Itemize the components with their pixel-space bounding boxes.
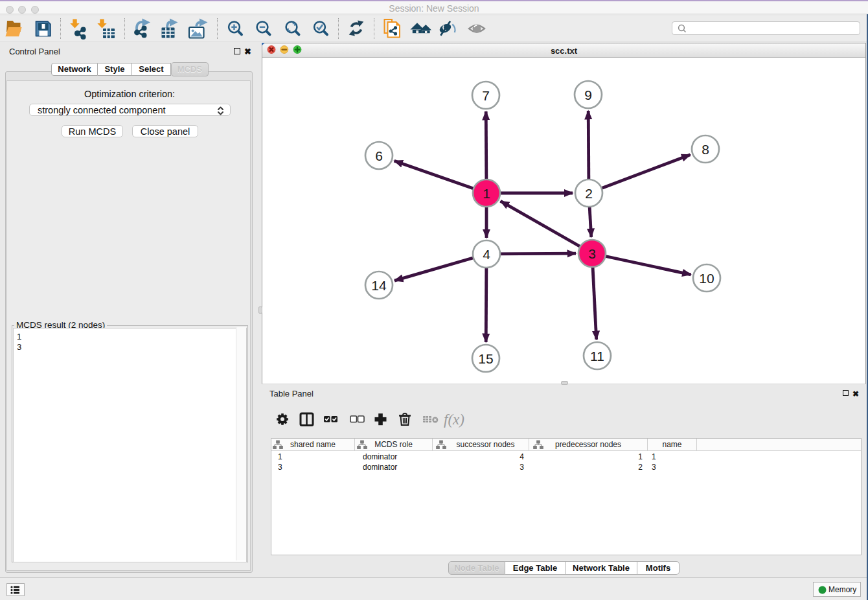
- svg-text:6: 6: [375, 148, 383, 163]
- svg-text:14: 14: [371, 278, 387, 293]
- svg-text:8: 8: [702, 142, 709, 157]
- svg-text:f(x): f(x): [444, 411, 464, 428]
- svg-text:15: 15: [478, 351, 493, 366]
- svg-text:4: 4: [483, 247, 490, 262]
- svg-text:2: 2: [585, 186, 593, 201]
- svg-text:3: 3: [588, 246, 596, 261]
- svg-text:7: 7: [482, 88, 490, 103]
- svg-text:9: 9: [584, 87, 592, 102]
- svg-text:11: 11: [590, 349, 604, 363]
- svg-text:10: 10: [699, 271, 714, 286]
- svg-text:1: 1: [483, 186, 490, 201]
